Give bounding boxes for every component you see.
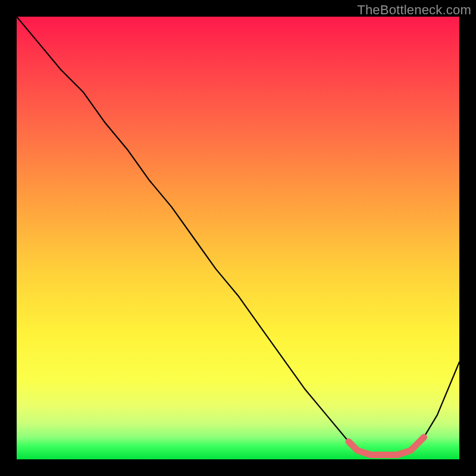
chart-frame: { "attribution": "TheBottleneck.com", "c… — [0, 0, 476, 476]
attribution-text: TheBottleneck.com — [357, 2, 471, 18]
bottleneck-curve-highlight — [349, 437, 424, 455]
bottleneck-curve-main — [17, 17, 459, 455]
plot-area — [17, 17, 459, 459]
curve-layer — [17, 17, 459, 459]
